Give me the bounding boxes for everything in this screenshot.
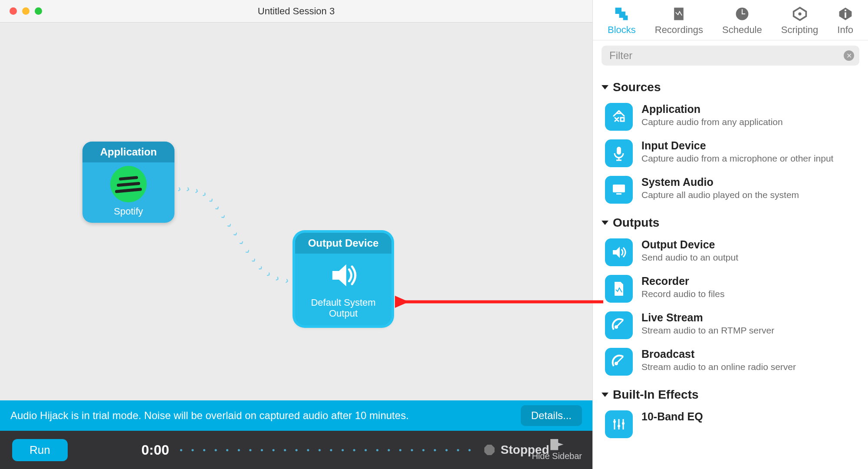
speaker-icon	[325, 254, 362, 297]
broadcast-icon	[605, 348, 633, 376]
application-icon	[605, 103, 633, 131]
block-eq-title: 10-Band EQ	[641, 410, 703, 423]
file-icon	[605, 275, 633, 303]
trial-banner: Audio Hijack is in trial mode. Noise wil…	[0, 400, 592, 431]
spotify-icon	[110, 162, 147, 206]
svg-marker-0	[332, 264, 346, 286]
tab-blocks[interactable]: Blocks	[608, 6, 636, 36]
svg-rect-9	[742, 13, 745, 14]
block-library: Sources Application Capture audio from a…	[593, 71, 868, 469]
block-recorder[interactable]: Recorder Record audio to files	[602, 271, 859, 307]
connector-dot: ›	[256, 263, 266, 273]
tab-blocks-label: Blocks	[608, 24, 636, 36]
svg-rect-16	[613, 185, 625, 192]
section-sources-title: Sources	[613, 80, 661, 94]
chevron-down-icon	[602, 85, 608, 89]
svg-rect-15	[617, 147, 621, 155]
connector-dot: ›	[230, 230, 242, 238]
chevron-down-icon	[602, 221, 608, 225]
block-broadcast-desc: Stream audio to an online radio server	[641, 361, 796, 372]
monitor-icon	[605, 176, 633, 204]
block-broadcast[interactable]: Broadcast Stream audio to an online radi…	[602, 343, 859, 380]
block-input-title: Input Device	[641, 139, 833, 152]
hide-sidebar-button[interactable]: Hide Sidebar	[532, 439, 582, 461]
progress-track: ● ● ● ● ● ● ● ● ● ● ● ● ● ● ● ● ● ● ● ● …	[180, 447, 475, 453]
svg-rect-5	[623, 16, 628, 20]
svg-point-11	[798, 12, 801, 15]
connector-dot: ›	[249, 255, 260, 265]
session-canvas[interactable]: › › › › › › › › › › › › › › › › Applicat…	[0, 23, 592, 400]
svg-point-28	[622, 422, 625, 425]
filter-clear-button[interactable]: ✕	[844, 50, 854, 61]
section-effects-header[interactable]: Built-In Effects	[602, 388, 859, 402]
connector-dot: ›	[237, 238, 248, 247]
svg-line-22	[616, 357, 623, 363]
connector-dot: ›	[224, 221, 236, 230]
block-livestream-desc: Stream audio to an RTMP server	[641, 325, 774, 336]
chevron-down-icon	[602, 393, 608, 397]
node-application-label: Spotify	[109, 206, 147, 217]
recordings-icon	[671, 6, 687, 22]
eq-icon	[605, 410, 633, 438]
annotation-arrow	[395, 291, 608, 313]
svg-line-20	[616, 320, 623, 327]
block-application[interactable]: Application Capture audio from any appli…	[602, 99, 859, 135]
window-zoom-button[interactable]	[35, 7, 42, 15]
satellite-icon	[605, 311, 633, 339]
block-broadcast-title: Broadcast	[641, 348, 796, 360]
filter-input[interactable]	[602, 46, 859, 66]
block-output-title: Output Device	[641, 238, 738, 251]
tab-schedule[interactable]: Schedule	[722, 6, 762, 36]
block-live-stream[interactable]: Live Stream Stream audio to an RTMP serv…	[602, 307, 859, 343]
window-minimize-button[interactable]	[22, 7, 30, 15]
connector-dot: ›	[284, 274, 290, 286]
stop-icon	[484, 445, 495, 455]
node-application-header: Application	[82, 142, 174, 162]
block-input-device[interactable]: Input Device Capture audio from a microp…	[602, 135, 859, 172]
connector-dot: ›	[206, 195, 217, 205]
control-bar: Run 0:00 ● ● ● ● ● ● ● ● ● ● ● ● ● ● ● ●…	[0, 431, 592, 469]
block-10band-eq[interactable]: 10-Band EQ	[602, 406, 859, 443]
connector-dot: ›	[194, 185, 200, 196]
tab-scripting[interactable]: Scripting	[781, 6, 819, 36]
scripting-icon	[792, 6, 808, 22]
microphone-icon	[605, 139, 633, 167]
section-outputs-header[interactable]: Outputs	[602, 216, 859, 230]
section-sources-header[interactable]: Sources	[602, 80, 859, 94]
node-output-label: Default System Output	[295, 297, 391, 319]
window-title: Untitled Session 3	[0, 6, 592, 17]
svg-rect-13	[845, 12, 846, 18]
tab-schedule-label: Schedule	[722, 24, 762, 36]
tab-scripting-label: Scripting	[781, 24, 819, 36]
svg-marker-18	[613, 247, 620, 258]
block-system-audio[interactable]: System Audio Capture all audio played on…	[602, 172, 859, 208]
sidebar: Blocks Recordings Schedule Scripting Inf…	[592, 0, 868, 469]
elapsed-time: 0:00	[141, 442, 169, 458]
svg-rect-17	[616, 193, 621, 195]
connector-dot: ›	[264, 268, 273, 280]
block-output-device[interactable]: Output Device Send audio to an output	[602, 234, 859, 271]
connector-dot: ›	[177, 183, 183, 195]
connector-dot: ›	[212, 204, 224, 213]
connector-dot: ›	[243, 247, 254, 256]
hide-sidebar-label: Hide Sidebar	[532, 451, 582, 461]
window-close-button[interactable]	[10, 7, 17, 15]
speaker-icon	[605, 238, 633, 266]
block-livestream-title: Live Stream	[641, 311, 774, 324]
node-output-device[interactable]: Output Device Default System Output	[295, 233, 391, 325]
titlebar: Untitled Session 3	[0, 0, 592, 23]
block-application-desc: Capture audio from any application	[641, 116, 783, 127]
tab-recordings[interactable]: Recordings	[655, 6, 703, 36]
block-recorder-title: Recorder	[641, 275, 724, 287]
tab-info[interactable]: Info	[837, 6, 853, 36]
block-sysaudio-desc: Capture all audio played on the system	[641, 189, 799, 200]
trial-details-button[interactable]: Details...	[521, 405, 582, 426]
tab-recordings-label: Recordings	[655, 24, 703, 36]
connector-dot: ›	[218, 212, 230, 221]
svg-point-27	[618, 425, 620, 427]
run-button[interactable]: Run	[12, 439, 68, 461]
connector-dot: ›	[185, 183, 191, 195]
block-output-desc: Send audio to an output	[641, 252, 738, 263]
node-application[interactable]: Application Spotify	[82, 142, 174, 223]
tab-info-label: Info	[837, 24, 853, 36]
